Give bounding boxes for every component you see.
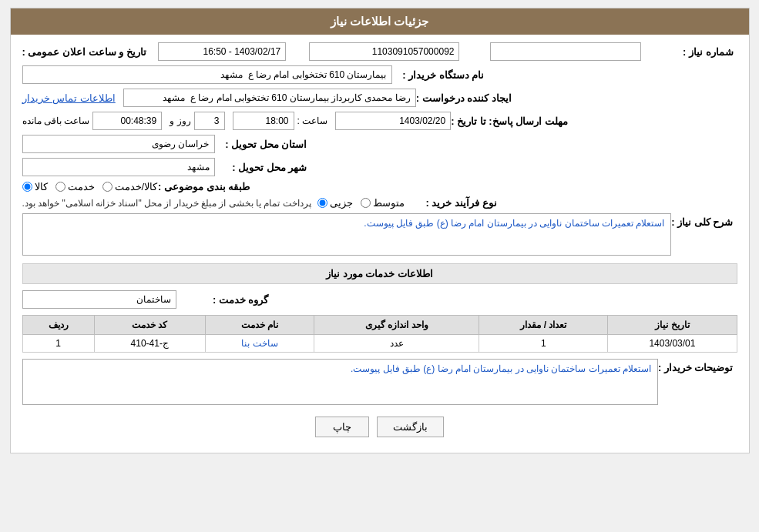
- buyer-desc-container: توضیحات خریدار : استعلام تعمیرات ساختمان…: [22, 359, 737, 405]
- need-desc-container: شرح کلی نیاز : استعلام تعمیرات ساختمان ن…: [22, 213, 737, 256]
- service-group-label: گروه خدمت :: [176, 294, 269, 306]
- announce-label: تاریخ و ساعت اعلان عمومی :: [22, 46, 146, 58]
- radio-jozii-input[interactable]: [317, 198, 327, 208]
- cell-row-num: 1: [22, 335, 94, 353]
- motevasset-label: متوسط: [373, 197, 405, 209]
- col-service-name: نام خدمت: [205, 316, 314, 335]
- radio-kala-khedmat: کالا/خدمت: [102, 181, 158, 192]
- purchase-type-label: نوع فرآیند خرید :: [405, 197, 497, 209]
- deadline-date-input: [335, 112, 451, 130]
- page-container: جزئیات اطلاعات نیاز شماره نیاز : تاریخ و…: [10, 8, 750, 453]
- col-count: تعداد / مقدار: [479, 316, 608, 335]
- need-number-label: شماره نیاز :: [641, 46, 734, 58]
- purchase-type-radio-group: متوسط جزیی: [317, 197, 405, 209]
- services-section: اطلاعات خدمات مورد نیاز گروه خدمت : تاری…: [22, 263, 737, 353]
- city-input: [22, 158, 215, 176]
- cell-need-date: 1403/03/01: [608, 335, 737, 353]
- btn-row: بازگشت چاپ: [22, 417, 737, 437]
- radio-khedmat-input[interactable]: [55, 182, 65, 192]
- buyer-desc-label: توضیحات خریدار :: [658, 359, 734, 373]
- creator-label: ایجاد کننده درخواست :: [416, 92, 512, 104]
- category-row: طبقه بندی موضوعی : کالا/خدمت خدمت کالا: [22, 181, 737, 192]
- services-table: تاریخ نیاز تعداد / مقدار واحد اندازه گیر…: [22, 315, 737, 353]
- deadline-remaining-input: [92, 112, 162, 130]
- deadline-label: مهلت ارسال پاسخ: تا تاریخ :: [451, 115, 568, 127]
- khedmat-label: خدمت: [68, 181, 95, 192]
- col-service-code: کد خدمت: [94, 316, 205, 335]
- category-label: طبقه بندی موضوعی :: [157, 181, 250, 192]
- radio-motevasset-input[interactable]: [361, 198, 371, 208]
- buyer-org-row: نام دستگاه خریدار :: [22, 65, 737, 84]
- deadline-days-input: [194, 112, 225, 130]
- province-label: استان محل تحویل :: [215, 139, 307, 150]
- radio-kala: کالا: [22, 181, 48, 192]
- need-number-value-input: [309, 42, 460, 61]
- deadline-time-label: ساعت :: [297, 115, 328, 126]
- cell-count: 1: [479, 335, 608, 353]
- creator-row: ایجاد کننده درخواست : اطلاعات تماس خریدا…: [22, 89, 737, 107]
- category-radio-group: کالا/خدمت خدمت کالا: [22, 181, 158, 192]
- service-group-input: [22, 290, 176, 309]
- col-unit: واحد اندازه گیری: [314, 316, 479, 335]
- need-number-input: [490, 42, 641, 61]
- col-need-date: تاریخ نیاز: [608, 316, 737, 335]
- announce-value-input: [158, 42, 287, 61]
- radio-jozii: جزیی: [317, 197, 353, 209]
- deadline-days-label: روز و: [170, 115, 190, 126]
- radio-kala-khedmat-input[interactable]: [102, 182, 113, 192]
- service-group-row: گروه خدمت :: [22, 290, 737, 309]
- page-header: جزئیات اطلاعات نیاز: [11, 8, 749, 35]
- radio-motevasset: متوسط: [361, 197, 405, 209]
- need-number-row: شماره نیاز : تاریخ و ساعت اعلان عمومی :: [22, 42, 737, 61]
- kala-khedmat-label: کالا/خدمت: [115, 181, 158, 192]
- table-row: 1403/03/01 1 عدد ساخت بنا ج-41-410 1: [22, 335, 737, 353]
- buyer-desc-box: استعلام تعمیرات ساختمان ناوایی در بیمارس…: [22, 359, 658, 405]
- city-row: شهر محل تحویل :: [22, 158, 737, 176]
- jozii-label: جزیی: [330, 197, 353, 209]
- col-row-num: ردیف: [22, 316, 94, 335]
- deadline-row: مهلت ارسال پاسخ: تا تاریخ : ساعت : روز و…: [22, 112, 737, 130]
- back-button[interactable]: بازگشت: [377, 417, 444, 437]
- purchase-type-note: پرداخت تمام یا بخشی از مبلغ خریدار از مح…: [22, 198, 311, 209]
- kala-label: کالا: [35, 181, 48, 192]
- cell-unit: عدد: [314, 335, 479, 353]
- need-desc-label: شرح کلی نیاز :: [671, 213, 733, 228]
- cell-service-code: ج-41-410: [94, 335, 205, 353]
- services-header: اطلاعات خدمات مورد نیاز: [22, 263, 737, 284]
- province-input: [22, 135, 215, 153]
- cell-service-name: ساخت بنا: [205, 335, 314, 353]
- province-row: استان محل تحویل :: [22, 135, 737, 153]
- buyer-org-label: نام دستگاه خریدار :: [392, 69, 485, 81]
- purchase-type-row: نوع فرآیند خرید : متوسط جزیی پرداخت تمام…: [22, 197, 737, 209]
- contact-link[interactable]: اطلاعات تماس خریدار: [22, 92, 116, 104]
- deadline-remaining-label: ساعت باقی مانده: [22, 115, 90, 126]
- need-desc-box: استعلام تعمیرات ساختمان ناوایی در بیمارس…: [22, 213, 672, 256]
- city-label: شهر محل تحویل :: [215, 162, 307, 173]
- radio-kala-input[interactable]: [22, 182, 32, 192]
- page-title: جزئیات اطلاعات نیاز: [331, 15, 428, 28]
- creator-input: [123, 89, 416, 107]
- print-button[interactable]: چاپ: [315, 417, 369, 437]
- radio-khedmat: خدمت: [55, 181, 95, 192]
- deadline-time-input: [233, 112, 294, 130]
- buyer-org-input: [22, 65, 392, 84]
- content-area: شماره نیاز : تاریخ و ساعت اعلان عمومی : …: [11, 35, 749, 453]
